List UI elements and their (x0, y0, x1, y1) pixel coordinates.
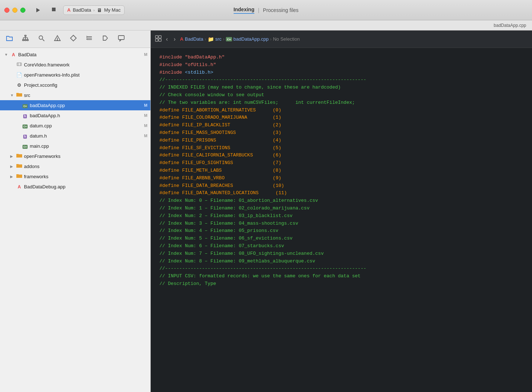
tree-item-openframeworks-folder[interactable]: ▶openFrameworks (0, 151, 150, 161)
stop-button[interactable] (47, 4, 60, 17)
scheme-selector[interactable]: A BadData › 🖥 My Mac (63, 5, 125, 15)
breadcrumb-sep1: › (205, 37, 206, 42)
destination-name-label: My Mac (104, 7, 121, 13)
tree-item-baddataapp-h[interactable]: hbadDataApp.hM (0, 110, 150, 121)
diamond-icon[interactable] (68, 33, 78, 45)
badge-modified: M (144, 123, 147, 128)
scheme-name-label: BadData (73, 7, 91, 13)
tree-item-baddata-root[interactable]: ▼ABadDataM (0, 49, 150, 60)
code-token: (0) (256, 107, 281, 113)
toolbar-left (31, 4, 60, 17)
code-line: // The two variables are: int numCSVFile… (159, 99, 523, 107)
code-line: //--------------------------------------… (159, 76, 523, 84)
tree-label: badDataApp.cpp (30, 103, 141, 108)
code-token: // INDEXED FILES (may need to change, si… (159, 85, 341, 90)
code-line: #define FILE_DATA_BREACHES (10) (159, 182, 523, 190)
breadcrumb-project[interactable]: BadData (185, 36, 203, 42)
code-token: #define (159, 168, 182, 173)
code-token: #include (159, 70, 185, 75)
file-tree: ▼ABadDataMCoreVideo.framework📄openFramew… (0, 48, 150, 392)
tree-item-src-folder[interactable]: ▼src (0, 90, 150, 100)
code-token: #define (159, 145, 182, 151)
code-token: FILE_CALIFORNIA_STARBUCKS (182, 152, 253, 158)
tree-item-datum-cpp[interactable]: c+datum.cppM (0, 121, 150, 131)
breadcrumb-file[interactable]: badDataApp.cpp (233, 36, 269, 42)
sidebar: ▼ABadDataMCoreVideo.framework📄openFramew… (0, 30, 151, 392)
code-line: // Description, Type (159, 280, 523, 288)
code-token: // Description, Type (159, 281, 216, 286)
code-line: #include <stdlib.h> (159, 69, 523, 77)
code-line: // Index Num: 4 – Filename: 05_prisons.c… (159, 227, 523, 235)
scheme-app-icon: A (67, 7, 70, 13)
code-token: FILE_UFO_SIGHTINGS (182, 160, 233, 166)
code-line: #define FILE_COLORADO_MARIJUANA (1) (159, 114, 523, 122)
tree-label: main.cpp (30, 143, 147, 149)
expand-arrow: ▶ (10, 154, 15, 158)
back-button[interactable]: ‹ (165, 34, 169, 44)
badge-modified: M (144, 103, 147, 107)
folder-icon[interactable] (4, 33, 15, 45)
code-line: #include "badDataApp.h" (159, 54, 523, 61)
tree-item-addons-folder[interactable]: ▶addons (0, 161, 150, 171)
tree-item-frameworks-folder[interactable]: ▶frameworks (0, 171, 150, 181)
code-line: #define FILE_ABORTION_ALTERNATIVES (0) (159, 107, 523, 114)
code-line: // Index Num: 1 – Filename: 02_colorado_… (159, 205, 523, 212)
close-button[interactable] (4, 8, 9, 13)
code-line: #define FILE_PRISONS (4) (159, 137, 523, 144)
destination-icon: 🖥 (97, 7, 102, 13)
svg-rect-21 (118, 36, 124, 40)
list-icon[interactable] (84, 33, 94, 45)
code-token: // Index Num: 8 – Filename: 09_methlabs_… (159, 258, 315, 264)
expand-arrow: ▶ (10, 164, 15, 168)
code-token: #define (159, 160, 182, 166)
code-token: // Index Num: 1 – Filename: 02_colorado_… (159, 205, 309, 211)
code-token: FILE_PRISONS (182, 138, 216, 143)
indexing-status: Indexing | Processing files (233, 7, 299, 14)
chat-icon[interactable] (116, 33, 126, 45)
tree-item-datum-h[interactable]: hdatum.hM (0, 131, 150, 141)
code-line: // Index Num: 3 – Filename: 04_mass-shoo… (159, 220, 523, 228)
code-line: // Index Num: 5 – Filename: 06_sf_evicti… (159, 235, 523, 242)
file-icon: A (10, 52, 17, 57)
code-line: #define FILE_SF_EVICTIONS (5) (159, 144, 523, 152)
warning-icon[interactable] (52, 33, 62, 45)
code-line: // INDEXED FILES (may need to change, si… (159, 84, 523, 91)
code-editor[interactable]: #include "badDataApp.h"#include "ofUtils… (151, 48, 532, 392)
maximize-button[interactable] (20, 8, 25, 13)
code-line: #define FILE_DATA_HAUNTED_LOCATIONS (11) (159, 189, 523, 197)
file-icon (16, 173, 23, 180)
badge-modified: M (144, 52, 147, 57)
hierarchy-icon[interactable] (20, 33, 31, 45)
breadcrumb-folder[interactable]: src (215, 36, 222, 42)
code-token: (7) (233, 160, 281, 166)
code-token: // The two variables are: int numCSVFile… (159, 100, 355, 105)
breadcrumb-project-icon: A (180, 36, 183, 42)
search-icon[interactable] (36, 33, 46, 45)
tree-item-baddataapp-cpp[interactable]: c+badDataApp.cppM (0, 100, 150, 110)
code-line: // INPUT CSV: formatted records: we use … (159, 273, 523, 280)
tag-icon[interactable] (100, 33, 110, 45)
scheme-arrow-icon: › (93, 8, 95, 12)
forward-button[interactable]: › (172, 34, 177, 44)
svg-rect-20 (86, 39, 87, 40)
indexing-separator: | (258, 7, 259, 13)
code-token: FILE_COLORADO_MARIJUANA (182, 115, 247, 120)
tree-item-baddatadebug-app[interactable]: ABadDataDebug.app (0, 181, 150, 192)
tree-item-of-plist[interactable]: 📄openFrameworks-Info.plist (0, 70, 150, 80)
file-icon (16, 61, 23, 68)
minimize-button[interactable] (12, 8, 17, 13)
tree-item-main-cpp[interactable]: c+main.cpp (0, 141, 150, 151)
svg-rect-1 (52, 8, 56, 11)
tree-item-corevideo[interactable]: CoreVideo.framework (0, 60, 150, 70)
tree-label: datum.h (30, 133, 141, 139)
file-icon: 📄 (16, 72, 23, 78)
tree-item-project-xcconfig[interactable]: ⚙Project.xcconfig (0, 80, 150, 90)
file-icon (16, 92, 23, 98)
code-token: // Index Num: 2 – Filename: 03_ip_blackl… (159, 213, 293, 219)
code-token: "ofUtils.h" (185, 62, 216, 68)
editor-grid-icon[interactable] (155, 35, 162, 43)
code-token: (1) (247, 115, 281, 120)
tree-label: datum.cpp (30, 123, 141, 128)
run-button[interactable] (31, 4, 44, 17)
code-token: (5) (230, 145, 281, 151)
